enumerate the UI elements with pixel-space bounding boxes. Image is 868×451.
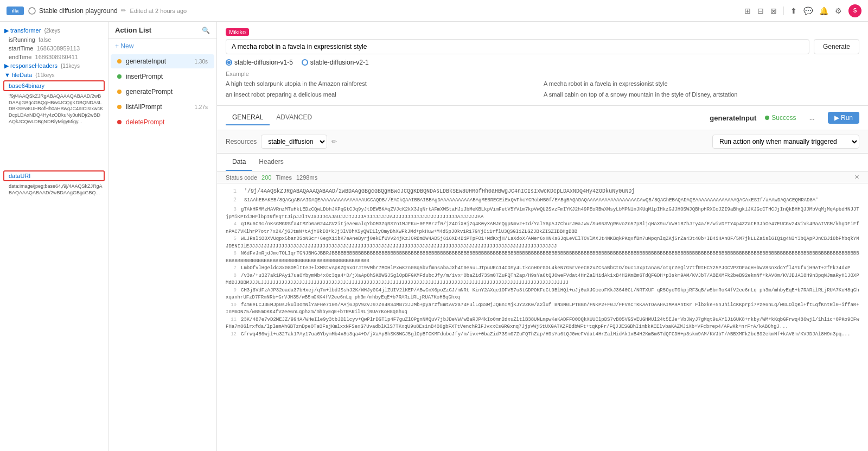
trigger-select[interactable]: Run action only when manually triggered …	[712, 135, 859, 149]
search-icon[interactable]: 🔍	[202, 27, 210, 34]
action-detail-header: GENERAL ADVANCED generateInput Success .…	[217, 106, 868, 130]
data-content: 1 '/9j/4AAQSkZJRgABAQAAAQABAAD/2wBDAAgGB…	[217, 183, 868, 451]
mikiko-tag: Mikiko	[226, 28, 249, 36]
action-time: 1.27s	[195, 104, 208, 110]
datauri-key[interactable]: dataURI	[4, 171, 104, 180]
new-action-button[interactable]: + New	[108, 39, 216, 53]
datauri-value: data:image/jpeg;base64,/9j/4AAQSkZJRgABA…	[0, 182, 108, 197]
action-item-generate-prompt[interactable]: generatePrompt	[111, 85, 214, 99]
radio-v2-1[interactable]: stable-diffusion-v2-1	[302, 59, 369, 66]
layout-icon-3[interactable]: ⊠	[770, 7, 777, 15]
share-icon[interactable]: ⬆	[790, 7, 797, 15]
action-list-title: Action List	[115, 26, 151, 34]
avatar[interactable]: S	[848, 4, 861, 17]
logo: illa	[7, 7, 24, 15]
resource-select[interactable]: stable_diffusion	[261, 135, 327, 149]
action-item-insert-prompt[interactable]: insertPrompt	[111, 69, 214, 84]
generate-button[interactable]: Generate	[814, 39, 859, 54]
example-label: Example	[226, 71, 859, 77]
response-headers-key[interactable]: ▶ responseHeaders {11keys	[0, 61, 108, 71]
base64binary-key[interactable]: base64binary	[4, 81, 104, 90]
action-dot	[117, 120, 122, 124]
action-dot	[117, 74, 122, 79]
action-time: 1.30s	[195, 59, 208, 65]
is-running-item: isRunning false	[0, 35, 108, 44]
svg-point-0	[29, 8, 35, 14]
status-code-label: Status code	[226, 174, 257, 181]
comment-icon[interactable]: 💬	[803, 7, 813, 15]
start-time-item: startTime 1686308959113	[0, 44, 108, 53]
radio-dot-v2-1	[302, 59, 308, 66]
status-bar: Status code 200 Times 1298ms ✕	[217, 171, 868, 183]
bell-icon[interactable]: 🔔	[819, 7, 828, 15]
tab-general[interactable]: GENERAL	[226, 110, 270, 125]
action-item-delete-prompt[interactable]: deletePrompt	[111, 115, 214, 129]
edit-icon[interactable]: ✏	[121, 7, 126, 14]
app-title: Stable diffusion playground	[39, 7, 118, 15]
times-label: Times	[276, 174, 292, 181]
action-list-panel: Action List 🔍 + New generateInput 1.30s …	[108, 22, 217, 451]
resource-edit-icon[interactable]: ✏	[331, 138, 337, 145]
settings-icon[interactable]: ⚙	[835, 7, 842, 15]
layout-icon-1[interactable]: ⊞	[744, 7, 751, 15]
status-dot	[765, 116, 769, 120]
file-data-key[interactable]: ▼ fileData {11keys	[0, 71, 108, 79]
datauri-highlight: dataURI	[3, 170, 105, 181]
example-item-0: A high tech solarpunk utopia in the Amaz…	[226, 79, 541, 88]
end-time-item: endTime 1686308960411	[0, 53, 108, 61]
action-dot	[117, 90, 122, 94]
generate-section: Mikiko Generate stable-diffusion-v1-5 st…	[217, 22, 868, 106]
detail-tabs: GENERAL ADVANCED	[226, 110, 318, 125]
action-detail-title: generateInput	[710, 114, 756, 122]
action-list-header: Action List 🔍	[108, 22, 216, 39]
action-name: insertPrompt	[126, 73, 208, 80]
status-close-icon[interactable]: ✕	[854, 174, 859, 181]
layout-icon-2[interactable]: ⊟	[757, 7, 764, 15]
action-list: generateInput 1.30s insertPrompt generat…	[108, 53, 216, 451]
stable-diffusion-icon	[28, 7, 36, 15]
radio-dot-v1-5	[226, 59, 232, 66]
examples-grid: A high tech solarpunk utopia in the Amaz…	[226, 79, 859, 99]
tab-headers[interactable]: Headers	[252, 154, 290, 171]
action-item-list-all-prompt[interactable]: listAllPrompt 1.27s	[111, 100, 214, 114]
action-name: deletePrompt	[126, 118, 208, 126]
action-name: generatePrompt	[126, 88, 208, 96]
topbar: illa Stable diffusion playground ✏ Edite…	[0, 0, 868, 22]
radio-v1-5[interactable]: stable-diffusion-v1-5	[226, 59, 293, 66]
status-badge: Success	[765, 114, 796, 122]
times-value: 1298ms	[296, 174, 317, 181]
status-code-value: 200	[261, 174, 271, 181]
more-button[interactable]: ...	[805, 112, 819, 124]
edit-time: Edited at 2 hours ago	[130, 8, 187, 14]
main-layout: ▶ transformer {2keys isRunning false sta…	[0, 22, 868, 451]
data-header-tabs: Data Headers	[217, 154, 868, 171]
action-dot	[117, 105, 122, 109]
action-item-generate-input[interactable]: generateInput 1.30s	[111, 54, 214, 68]
run-button[interactable]: ▶ Run	[828, 112, 859, 124]
tab-advanced[interactable]: ADVANCED	[270, 110, 318, 125]
resource-label: Resources	[226, 138, 257, 145]
base64binary-highlight: base64binary	[3, 80, 105, 91]
action-name: generateInput	[126, 58, 195, 65]
data-line-1: 1 '/9j/4AAQSkZJRgABAQAAAQABAAD/2wBDAAgGB…	[226, 188, 859, 195]
toolbar-icons: ⊞ ⊟ ⊠ ⬆ 💬 🔔 ⚙ S	[744, 4, 861, 17]
data-lines-rest: 3gTAkHRMMzHAVRnzMTuHkLEDzCQwLDbhJKPqGtCJ…	[226, 206, 859, 338]
action-config: Resources stable_diffusion ✏ Run action …	[217, 130, 868, 154]
action-name: listAllPrompt	[126, 103, 195, 111]
action-dot	[117, 59, 122, 63]
generate-input[interactable]	[226, 39, 809, 54]
generate-row: Generate	[226, 39, 859, 54]
data-tree-panel: ▶ transformer {2keys isRunning false sta…	[0, 22, 108, 451]
example-item-3: A small cabin on top of a snowy mountain…	[544, 90, 859, 99]
right-area: Mikiko Generate stable-diffusion-v1-5 st…	[217, 22, 868, 451]
base64-value: '/9j/4AAQSkZJRgABAQAAAQABAAD/2wBDAAgGBgc…	[0, 92, 108, 126]
data-line-2: 2 S1AAhEBAKEB/8QAGgABAAIDAQEAAAAAAAAAAAA…	[226, 196, 859, 204]
example-item-1: A mecha robot in a favela in expressioni…	[544, 79, 859, 88]
radio-group: stable-diffusion-v1-5 stable-diffusion-v…	[226, 59, 859, 66]
transformer-key[interactable]: ▶ transformer {2keys	[0, 26, 108, 35]
example-item-2: an insect robot preparing a delicious me…	[226, 90, 541, 99]
tab-data[interactable]: Data	[226, 154, 252, 171]
